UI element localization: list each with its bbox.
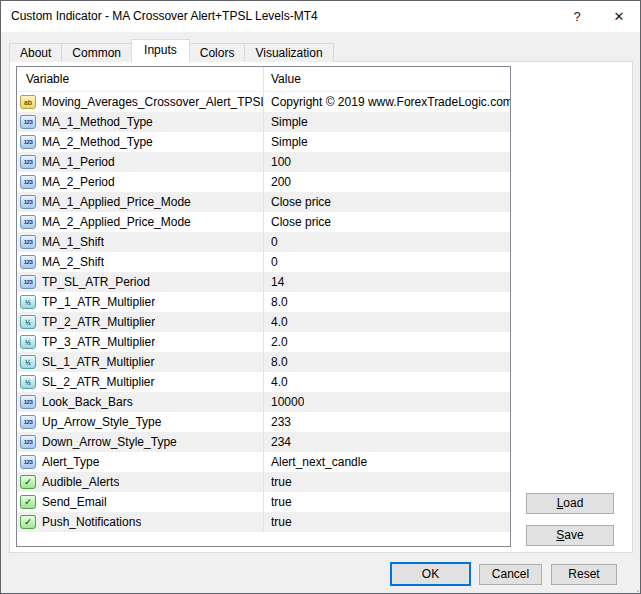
reset-button[interactable]: Reset <box>551 564 617 585</box>
value-text: 0 <box>271 255 278 269</box>
value-cell[interactable]: Close price <box>264 212 510 232</box>
table-row[interactable]: ½ TP_1_ATR_Multiplier 8.0 <box>17 292 510 312</box>
table-row[interactable]: 123 Up_Arrow_Style_Type 233 <box>17 412 510 432</box>
variable-cell: 123 TP_SL_ATR_Period <box>17 272 264 292</box>
table-header: Variable Value <box>17 67 510 92</box>
tab-visualization[interactable]: Visualization <box>244 43 333 62</box>
save-button[interactable]: Save <box>526 525 614 546</box>
title-bar[interactable]: Custom Indicator - MA Crossover Alert+TP… <box>1 1 640 32</box>
variable-name: MA_1_Applied_Price_Mode <box>42 195 191 209</box>
table-row[interactable]: 123 MA_1_Shift 0 <box>17 232 510 252</box>
value-text: Simple <box>271 135 308 149</box>
table-row[interactable]: 123 MA_1_Period 100 <box>17 152 510 172</box>
variable-name: SL_1_ATR_Multiplier <box>42 355 155 369</box>
variable-cell: 123 Alert_Type <box>17 452 264 472</box>
int-type-icon: 123 <box>20 255 36 269</box>
value-cell[interactable]: 0 <box>264 252 510 272</box>
variable-cell: 123 Look_Back_Bars <box>17 392 264 412</box>
value-text: Close price <box>271 215 331 229</box>
value-cell[interactable]: 0 <box>264 232 510 252</box>
value-cell[interactable]: 8.0 <box>264 352 510 372</box>
variable-cell: ab Moving_Averages_Crossover_Alert_TPSL_… <box>17 92 264 112</box>
value-cell[interactable]: 2.0 <box>264 332 510 352</box>
variable-cell: 123 MA_2_Period <box>17 172 264 192</box>
table-row[interactable]: 123 TP_SL_ATR_Period 14 <box>17 272 510 292</box>
value-text: 2.0 <box>271 335 288 349</box>
table-row[interactable]: ✓ Audible_Alerts true <box>17 472 510 492</box>
value-text: true <box>271 475 292 489</box>
value-cell[interactable]: true <box>264 492 510 512</box>
value-text: 8.0 <box>271 355 288 369</box>
value-cell[interactable]: 4.0 <box>264 372 510 392</box>
variable-cell: ½ TP_1_ATR_Multiplier <box>17 292 264 312</box>
variable-cell: ✓ Audible_Alerts <box>17 472 264 492</box>
variable-name: Down_Arrow_Style_Type <box>42 435 177 449</box>
table-row[interactable]: 123 Alert_Type Alert_next_candle <box>17 452 510 472</box>
tab-common[interactable]: Common <box>61 43 132 62</box>
help-button[interactable]: ? <box>556 1 598 32</box>
value-text: 4.0 <box>271 315 288 329</box>
value-text: 10000 <box>271 395 304 409</box>
table-row[interactable]: ½ TP_2_ATR_Multiplier 4.0 <box>17 312 510 332</box>
close-button[interactable]: ✕ <box>598 1 640 32</box>
variable-cell: ½ SL_2_ATR_Multiplier <box>17 372 264 392</box>
value-cell[interactable]: 4.0 <box>264 312 510 332</box>
table-row[interactable]: 123 MA_2_Shift 0 <box>17 252 510 272</box>
int-type-icon: 123 <box>20 155 36 169</box>
int-type-icon: 123 <box>20 175 36 189</box>
table-row[interactable]: 123 MA_2_Method_Type Simple <box>17 132 510 152</box>
ok-button[interactable]: OK <box>390 562 471 586</box>
int-type-icon: 123 <box>20 415 36 429</box>
table-row[interactable]: ✓ Push_Notifications true <box>17 512 510 532</box>
value-cell[interactable]: true <box>264 512 510 532</box>
tab-inputs[interactable]: Inputs <box>131 39 190 62</box>
tab-label: Colors <box>200 46 235 60</box>
variable-name: Send_Email <box>42 495 107 509</box>
int-type-icon: 123 <box>20 455 36 469</box>
value-cell[interactable]: 100 <box>264 152 510 172</box>
value-cell[interactable]: Close price <box>264 192 510 212</box>
bool-type-icon: ✓ <box>20 495 36 509</box>
variable-cell: ½ TP_3_ATR_Multiplier <box>17 332 264 352</box>
column-header-value[interactable]: Value <box>264 67 510 91</box>
value-cell[interactable]: Simple <box>264 132 510 152</box>
value-cell[interactable]: Copyright © 2019 www.ForexTradeLogic.com <box>264 92 510 112</box>
tab-colors[interactable]: Colors <box>189 43 246 62</box>
value-cell[interactable]: 234 <box>264 432 510 452</box>
table-row[interactable]: 123 MA_2_Applied_Price_Mode Close price <box>17 212 510 232</box>
tab-bar: About Common Inputs Colors Visualization <box>9 39 333 62</box>
tab-about[interactable]: About <box>9 43 62 62</box>
table-row[interactable]: 123 Look_Back_Bars 10000 <box>17 392 510 412</box>
variable-name: TP_SL_ATR_Period <box>42 275 150 289</box>
table-row[interactable]: ½ SL_2_ATR_Multiplier 4.0 <box>17 372 510 392</box>
table-row[interactable]: ab Moving_Averages_Crossover_Alert_TPSL_… <box>17 92 510 112</box>
table-row[interactable]: ✓ Send_Email true <box>17 492 510 512</box>
value-text: true <box>271 515 292 529</box>
value-cell[interactable]: Simple <box>264 112 510 132</box>
resize-grip[interactable] <box>633 586 635 588</box>
cancel-button[interactable]: Cancel <box>479 564 542 585</box>
value-cell[interactable]: 8.0 <box>264 292 510 312</box>
close-icon: ✕ <box>614 9 625 24</box>
table-row[interactable]: ½ TP_3_ATR_Multiplier 2.0 <box>17 332 510 352</box>
table-row[interactable]: 123 MA_2_Period 200 <box>17 172 510 192</box>
int-type-icon: 123 <box>20 275 36 289</box>
ok-button-label: OK <box>422 567 439 581</box>
table-row[interactable]: ½ SL_1_ATR_Multiplier 8.0 <box>17 352 510 372</box>
value-cell[interactable]: true <box>264 472 510 492</box>
table-row[interactable]: 123 MA_1_Method_Type Simple <box>17 112 510 132</box>
value-cell[interactable]: Alert_next_candle <box>264 452 510 472</box>
variable-name: MA_1_Period <box>42 155 115 169</box>
value-cell[interactable]: 10000 <box>264 392 510 412</box>
value-cell[interactable]: 200 <box>264 172 510 192</box>
variable-cell: 123 Down_Arrow_Style_Type <box>17 432 264 452</box>
table-row[interactable]: 123 MA_1_Applied_Price_Mode Close price <box>17 192 510 212</box>
load-button[interactable]: Load <box>526 493 614 514</box>
parameters-table: Variable Value ab Moving_Averages_Crosso… <box>16 66 511 547</box>
variable-cell: 123 MA_2_Method_Type <box>17 132 264 152</box>
table-row[interactable]: 123 Down_Arrow_Style_Type 234 <box>17 432 510 452</box>
variable-name: MA_1_Shift <box>42 235 104 249</box>
value-cell[interactable]: 14 <box>264 272 510 292</box>
column-header-variable[interactable]: Variable <box>17 67 264 91</box>
value-cell[interactable]: 233 <box>264 412 510 432</box>
